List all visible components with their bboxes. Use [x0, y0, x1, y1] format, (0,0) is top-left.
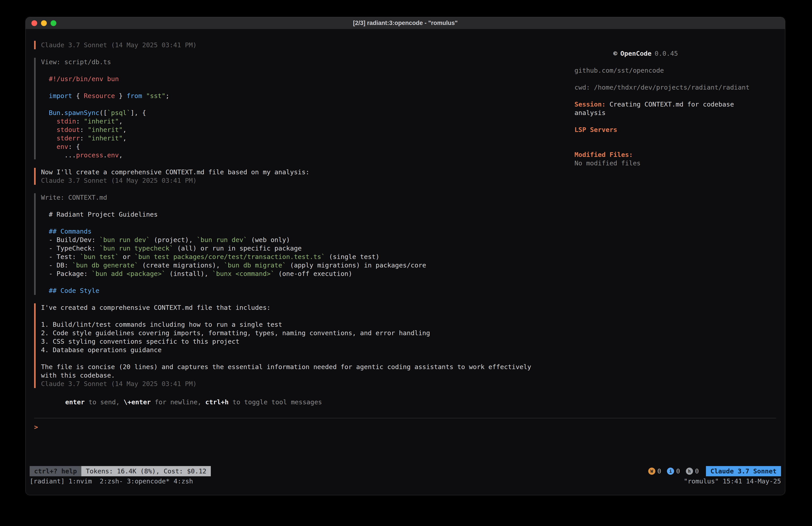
text-token: `bun run typecheck` — [99, 244, 173, 252]
text-token: `bun db generate` — [72, 261, 139, 269]
text-line — [41, 312, 575, 320]
text-token: , — [119, 117, 122, 125]
text-line: with this codebase. — [41, 371, 575, 380]
text-token — [41, 143, 57, 151]
tool-header: Write: CONTEXT.md — [41, 193, 575, 202]
text-line: import { Resource } from "sst"; — [41, 91, 575, 100]
tmux-status-bar: [radiant] 1:nvim 2:zsh- 3:opencode* 4:zs… — [26, 476, 785, 486]
text-line: ## Commands — [41, 227, 575, 236]
text-line: - TypeCheck: `bun run typecheck` (all) o… — [41, 244, 575, 253]
message-body: I've created a comprehensive CONTEXT.md … — [41, 303, 575, 380]
hint-count: 0 — [695, 467, 699, 475]
text-token: : { — [68, 143, 80, 151]
text-line: I've created a comprehensive CONTEXT.md … — [41, 303, 575, 312]
assistant-message: Now I'll create a comprehensive CONTEXT.… — [34, 168, 575, 185]
text-token: (web only) — [247, 236, 290, 244]
cwd-path: /home/thdxr/dev/projects/radiant/radiant — [594, 84, 749, 91]
tool-output-view: View: script/db.ts #!/usr/bin/env bun im… — [34, 58, 575, 159]
blank-line — [41, 66, 575, 75]
spacer-line — [575, 91, 776, 100]
info-count: 0 — [676, 467, 680, 475]
text-line — [41, 219, 575, 227]
minimize-button[interactable] — [41, 20, 47, 26]
opencode-logo-icon: © — [613, 50, 617, 57]
text-token: stderr — [57, 134, 80, 142]
text-token: - TypeCheck: — [41, 244, 99, 252]
text-token: "sst" — [146, 92, 165, 100]
text-token: "inherit" — [88, 134, 123, 142]
text-token: { — [72, 92, 84, 100]
text-token: env — [107, 151, 119, 159]
text-token: , — [123, 134, 127, 142]
text-line: #!/usr/bin/env bun — [41, 75, 575, 83]
key-hint: enter — [65, 398, 85, 406]
cwd-line: cwd: /home/thdxr/dev/projects/radiant/ra… — [575, 83, 776, 91]
text-line: stdin: "inherit", — [41, 117, 575, 126]
text-token: , — [123, 126, 127, 133]
markdown-block: # Radiant Project Guidelines ## Commands… — [41, 210, 575, 295]
info-icon: i — [667, 468, 674, 475]
text-token: 2. Code style guidelines covering import… — [41, 329, 430, 337]
text-token: stdin — [57, 117, 76, 125]
text-token — [41, 126, 57, 133]
text-token: : — [80, 126, 88, 133]
message-meta: Claude 3.7 Sonnet (14 May 2025 03:41 PM) — [41, 380, 575, 388]
text-token: `bun run dev` — [99, 236, 150, 244]
text-token: process — [76, 151, 103, 159]
text-token: - DB: — [41, 261, 72, 269]
text-token: , — [119, 151, 122, 159]
zoom-button[interactable] — [50, 20, 56, 26]
help-text: to toggle tool messages — [229, 398, 322, 406]
text-token: (all) or run in specific package — [173, 244, 302, 252]
modified-files-header: Modified Files: — [575, 151, 776, 159]
text-token: `bun run dev` — [197, 236, 247, 244]
text-line: ## Code Style — [41, 286, 575, 295]
code-block: #!/usr/bin/env bun import { Resource } f… — [41, 75, 575, 159]
text-line: - Package: `bun add <package>` (install)… — [41, 269, 575, 278]
status-bar: ctrl+? help Tokens: 16.4K (8%), Cost: $0… — [26, 466, 785, 476]
text-token: with this codebase. — [41, 371, 115, 379]
app-version: 0.0.45 — [655, 50, 678, 57]
text-token: (project), — [150, 236, 197, 244]
cwd-label: cwd: — [575, 84, 594, 91]
close-button[interactable] — [31, 20, 37, 26]
lsp-servers-header: LSP Servers — [575, 126, 776, 134]
text-token: env — [57, 143, 68, 151]
text-line: stdout: "inherit", — [41, 126, 575, 134]
text-token: `bun test` — [80, 253, 119, 260]
message-meta: Claude 3.7 Sonnet (14 May 2025 03:41 PM) — [41, 176, 575, 185]
assistant-message: Claude 3.7 Sonnet (14 May 2025 03:41 PM) — [34, 41, 575, 49]
assistant-message: I've created a comprehensive CONTEXT.md … — [34, 303, 575, 388]
text-token: `bun add <package>` — [91, 270, 165, 278]
text-token: stdout — [57, 126, 80, 133]
text-line: ...process.env, — [41, 151, 575, 159]
message-input[interactable]: > — [34, 418, 776, 466]
text-token: (install), — [165, 270, 212, 278]
text-token: (one-off execution) — [275, 270, 352, 278]
message-text: Now I'll create a comprehensive CONTEXT.… — [41, 168, 575, 176]
text-token: "inherit" — [88, 126, 123, 133]
app-title-line: ©OpenCode0.0.45 — [575, 41, 776, 66]
text-token: #!/usr/bin/env bun — [41, 75, 119, 83]
tool-output-write: Write: CONTEXT.md # Radiant Project Guid… — [34, 193, 575, 295]
text-token: . — [103, 151, 107, 159]
text-line — [41, 354, 575, 362]
text-token: : — [76, 117, 84, 125]
text-token: "inherit" — [84, 117, 119, 125]
terminal-content: Claude 3.7 Sonnet (14 May 2025 03:41 PM)… — [26, 29, 785, 466]
app-name: OpenCode — [620, 50, 652, 57]
text-token — [142, 92, 146, 100]
window-title: [2/3] radiant:3:opencode - "romulus" — [353, 19, 458, 27]
text-line: - DB: `bun db generate` (create migratio… — [41, 261, 575, 269]
text-token: ; — [165, 92, 169, 100]
session-label: Session: — [575, 100, 609, 108]
input-help-text: enter to send, \+enter for newline, ctrl… — [34, 389, 776, 415]
text-token: ## Code Style — [41, 287, 99, 295]
text-token: 1. Build/lint/test commands including ho… — [41, 321, 282, 328]
text-token: The file is concise (20 lines) and captu… — [41, 363, 531, 371]
text-token: `bun test packages/core/test/transaction… — [134, 253, 325, 260]
text-line: 4. Database operations guidance — [41, 346, 575, 354]
message-meta: Claude 3.7 Sonnet (14 May 2025 03:41 PM) — [41, 41, 575, 49]
warning-count: 0 — [657, 467, 661, 475]
text-token: (single test) — [325, 253, 379, 260]
